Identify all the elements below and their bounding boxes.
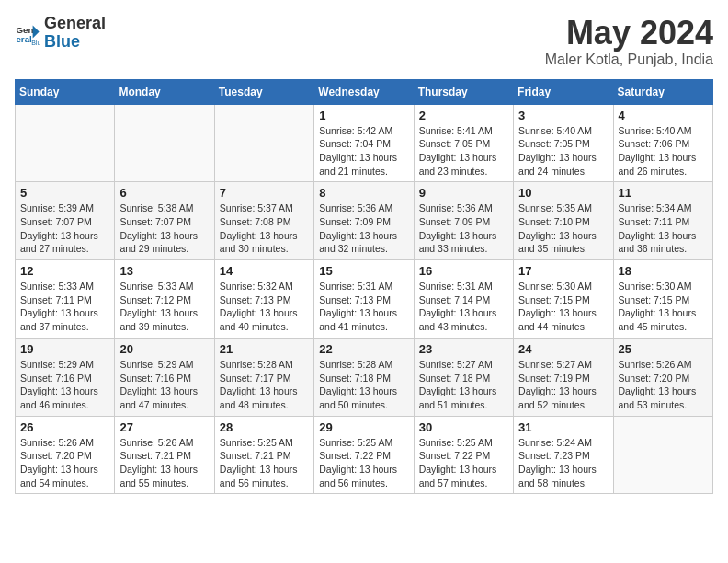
- day-number: 24: [518, 342, 608, 356]
- day-number: 9: [419, 186, 508, 200]
- day-info: Sunrise: 5:38 AM Sunset: 7:07 PM Dayligh…: [119, 201, 209, 256]
- day-number: 29: [319, 420, 408, 434]
- day-number: 28: [220, 420, 309, 434]
- day-info: Sunrise: 5:33 AM Sunset: 7:11 PM Dayligh…: [20, 280, 109, 334]
- day-number: 1: [319, 109, 408, 122]
- calendar-cell: 18Sunrise: 5:30 AM Sunset: 7:15 PM Dayli…: [613, 260, 712, 339]
- calendar-cell: 28Sunrise: 5:25 AM Sunset: 7:21 PM Dayli…: [214, 416, 313, 494]
- day-number: 22: [319, 342, 408, 356]
- calendar-cell: 9Sunrise: 5:36 AM Sunset: 7:09 PM Daylig…: [414, 182, 513, 260]
- day-number: 18: [619, 264, 708, 278]
- day-number: 21: [220, 342, 309, 356]
- calendar-day-header: Thursday: [414, 79, 513, 104]
- day-number: 27: [119, 420, 209, 434]
- svg-marker-2: [33, 25, 40, 38]
- day-number: 6: [119, 186, 209, 200]
- calendar-cell: [16, 104, 115, 182]
- calendar-cell: 13Sunrise: 5:33 AM Sunset: 7:12 PM Dayli…: [115, 260, 214, 339]
- calendar-cell: 16Sunrise: 5:31 AM Sunset: 7:14 PM Dayli…: [414, 260, 513, 339]
- day-info: Sunrise: 5:40 AM Sunset: 7:05 PM Dayligh…: [518, 124, 608, 178]
- day-number: 25: [619, 342, 708, 356]
- calendar-week-row: 1Sunrise: 5:42 AM Sunset: 7:04 PM Daylig…: [16, 104, 713, 182]
- day-info: Sunrise: 5:24 AM Sunset: 7:23 PM Dayligh…: [518, 436, 608, 490]
- calendar-day-header: Saturday: [613, 79, 712, 104]
- header: Gen eral Blue General Blue May 2024 Male…: [15, 15, 713, 68]
- calendar-body: 1Sunrise: 5:42 AM Sunset: 7:04 PM Daylig…: [16, 104, 713, 494]
- day-info: Sunrise: 5:27 AM Sunset: 7:18 PM Dayligh…: [419, 358, 508, 412]
- day-number: 31: [518, 420, 608, 434]
- calendar-cell: 5Sunrise: 5:39 AM Sunset: 7:07 PM Daylig…: [16, 182, 115, 260]
- calendar-cell: 1Sunrise: 5:42 AM Sunset: 7:04 PM Daylig…: [314, 104, 414, 182]
- day-info: Sunrise: 5:28 AM Sunset: 7:18 PM Dayligh…: [319, 358, 408, 412]
- logo: Gen eral Blue General Blue: [15, 15, 106, 52]
- day-info: Sunrise: 5:31 AM Sunset: 7:14 PM Dayligh…: [419, 280, 508, 334]
- calendar-cell: 17Sunrise: 5:30 AM Sunset: 7:15 PM Dayli…: [514, 260, 613, 339]
- calendar-cell: 25Sunrise: 5:26 AM Sunset: 7:20 PM Dayli…: [613, 338, 712, 416]
- calendar-cell: 20Sunrise: 5:29 AM Sunset: 7:16 PM Dayli…: [115, 338, 214, 416]
- calendar-day-header: Friday: [514, 79, 613, 104]
- calendar-cell: 8Sunrise: 5:36 AM Sunset: 7:09 PM Daylig…: [314, 182, 414, 260]
- calendar-week-row: 12Sunrise: 5:33 AM Sunset: 7:11 PM Dayli…: [16, 260, 713, 339]
- day-info: Sunrise: 5:31 AM Sunset: 7:13 PM Dayligh…: [319, 280, 408, 334]
- day-info: Sunrise: 5:37 AM Sunset: 7:08 PM Dayligh…: [220, 201, 309, 256]
- day-number: 5: [20, 186, 109, 200]
- calendar-week-row: 26Sunrise: 5:26 AM Sunset: 7:20 PM Dayli…: [16, 416, 713, 494]
- calendar-cell: 6Sunrise: 5:38 AM Sunset: 7:07 PM Daylig…: [115, 182, 214, 260]
- calendar-cell: 22Sunrise: 5:28 AM Sunset: 7:18 PM Dayli…: [314, 338, 414, 416]
- day-info: Sunrise: 5:25 AM Sunset: 7:21 PM Dayligh…: [220, 436, 309, 490]
- calendar-table: SundayMondayTuesdayWednesdayThursdayFrid…: [15, 79, 713, 495]
- calendar-cell: 11Sunrise: 5:34 AM Sunset: 7:11 PM Dayli…: [613, 182, 712, 260]
- calendar-cell: 30Sunrise: 5:25 AM Sunset: 7:22 PM Dayli…: [414, 416, 513, 494]
- day-number: 19: [20, 342, 109, 356]
- day-info: Sunrise: 5:41 AM Sunset: 7:05 PM Dayligh…: [419, 124, 508, 178]
- day-info: Sunrise: 5:29 AM Sunset: 7:16 PM Dayligh…: [119, 358, 209, 412]
- day-number: 26: [20, 420, 109, 434]
- day-info: Sunrise: 5:30 AM Sunset: 7:15 PM Dayligh…: [619, 280, 708, 334]
- day-number: 10: [518, 186, 608, 200]
- day-info: Sunrise: 5:27 AM Sunset: 7:19 PM Dayligh…: [518, 358, 608, 412]
- day-info: Sunrise: 5:29 AM Sunset: 7:16 PM Dayligh…: [20, 358, 109, 412]
- day-info: Sunrise: 5:33 AM Sunset: 7:12 PM Dayligh…: [119, 280, 209, 334]
- calendar-week-row: 5Sunrise: 5:39 AM Sunset: 7:07 PM Daylig…: [16, 182, 713, 260]
- day-info: Sunrise: 5:36 AM Sunset: 7:09 PM Dayligh…: [319, 201, 408, 256]
- logo-general-text: General: [44, 14, 106, 32]
- calendar-cell: 4Sunrise: 5:40 AM Sunset: 7:06 PM Daylig…: [613, 104, 712, 182]
- day-number: 20: [119, 342, 209, 356]
- day-info: Sunrise: 5:42 AM Sunset: 7:04 PM Dayligh…: [319, 124, 408, 178]
- day-info: Sunrise: 5:26 AM Sunset: 7:21 PM Dayligh…: [119, 436, 209, 490]
- calendar-day-header: Sunday: [16, 79, 115, 104]
- day-number: 23: [419, 342, 508, 356]
- calendar-cell: 15Sunrise: 5:31 AM Sunset: 7:13 PM Dayli…: [314, 260, 414, 339]
- calendar-header-row: SundayMondayTuesdayWednesdayThursdayFrid…: [16, 79, 713, 104]
- calendar-day-header: Wednesday: [314, 79, 414, 104]
- calendar-day-header: Monday: [115, 79, 214, 104]
- svg-text:Blue: Blue: [31, 39, 40, 45]
- title-section: May 2024 Maler Kotla, Punjab, India: [545, 15, 713, 68]
- day-info: Sunrise: 5:36 AM Sunset: 7:09 PM Dayligh…: [419, 201, 508, 256]
- day-info: Sunrise: 5:25 AM Sunset: 7:22 PM Dayligh…: [319, 436, 408, 490]
- logo-blue-text: Blue: [44, 32, 80, 51]
- day-info: Sunrise: 5:32 AM Sunset: 7:13 PM Dayligh…: [220, 280, 309, 334]
- calendar-cell: [115, 104, 214, 182]
- calendar-cell: 31Sunrise: 5:24 AM Sunset: 7:23 PM Dayli…: [514, 416, 613, 494]
- calendar-cell: 29Sunrise: 5:25 AM Sunset: 7:22 PM Dayli…: [314, 416, 414, 494]
- calendar-cell: 27Sunrise: 5:26 AM Sunset: 7:21 PM Dayli…: [115, 416, 214, 494]
- calendar-cell: 14Sunrise: 5:32 AM Sunset: 7:13 PM Dayli…: [214, 260, 313, 339]
- month-title: May 2024: [545, 15, 713, 52]
- day-number: 12: [20, 264, 109, 278]
- calendar-cell: 7Sunrise: 5:37 AM Sunset: 7:08 PM Daylig…: [214, 182, 313, 260]
- calendar-cell: 24Sunrise: 5:27 AM Sunset: 7:19 PM Dayli…: [514, 338, 613, 416]
- calendar-cell: 3Sunrise: 5:40 AM Sunset: 7:05 PM Daylig…: [514, 104, 613, 182]
- calendar-cell: [214, 104, 313, 182]
- calendar-cell: 12Sunrise: 5:33 AM Sunset: 7:11 PM Dayli…: [16, 260, 115, 339]
- logo-icon: Gen eral Blue: [15, 20, 40, 46]
- calendar-cell: 21Sunrise: 5:28 AM Sunset: 7:17 PM Dayli…: [214, 338, 313, 416]
- day-info: Sunrise: 5:35 AM Sunset: 7:10 PM Dayligh…: [518, 201, 608, 256]
- svg-text:eral: eral: [16, 34, 32, 44]
- calendar-cell: 2Sunrise: 5:41 AM Sunset: 7:05 PM Daylig…: [414, 104, 513, 182]
- day-info: Sunrise: 5:39 AM Sunset: 7:07 PM Dayligh…: [20, 201, 109, 256]
- day-number: 15: [319, 264, 408, 278]
- day-number: 11: [619, 186, 708, 200]
- day-number: 2: [419, 109, 508, 122]
- day-info: Sunrise: 5:26 AM Sunset: 7:20 PM Dayligh…: [619, 358, 708, 412]
